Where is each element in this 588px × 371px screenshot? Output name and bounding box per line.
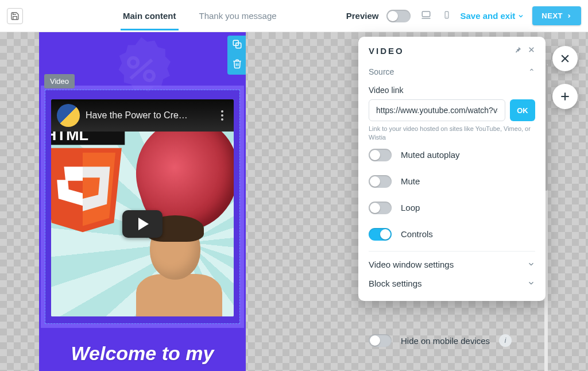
chevron-down-icon — [527, 279, 535, 287]
mute-row: Mute — [369, 168, 535, 195]
hide-on-mobile-row: Hide on mobile devices i — [358, 329, 546, 353]
video-settings-panel: VIDEO Source ⌃ Video link OK Link to you… — [358, 37, 546, 301]
trash-icon — [232, 59, 242, 69]
chevron-down-icon — [527, 260, 535, 268]
video-window-settings-label: Video window settings — [369, 260, 454, 269]
info-button[interactable]: i — [499, 334, 512, 347]
source-section-header[interactable]: Source ⌃ — [369, 63, 535, 81]
muted-autoplay-label: Muted autoplay — [401, 150, 460, 160]
html5-logo-icon: HTML — [51, 132, 131, 234]
mobile-icon[interactable] — [442, 8, 452, 24]
video-more-button[interactable] — [216, 110, 228, 121]
video-embed-header: Have the Power to Cre… — [51, 99, 234, 132]
top-bar: Main content Thank you message Preview S… — [0, 0, 588, 32]
content-tabs: Main content Thank you message — [121, 2, 279, 30]
muted-autoplay-toggle[interactable] — [369, 149, 392, 161]
plus-icon — [559, 91, 571, 102]
video-block-selection[interactable]: Video Have the Power to Cre… HTML — [45, 90, 240, 324]
video-window-settings-header[interactable]: Video window settings — [369, 252, 535, 273]
preview-toggle[interactable] — [386, 10, 411, 22]
tab-thank-you[interactable]: Thank you message — [197, 2, 279, 30]
source-section-label: Source — [369, 67, 394, 76]
panel-header: VIDEO — [369, 46, 535, 56]
hide-on-mobile-label: Hide on mobile devices — [401, 336, 490, 346]
loop-label: Loop — [401, 203, 420, 212]
right-rail — [552, 46, 578, 109]
video-thumbnail: HTML — [51, 132, 234, 316]
play-button[interactable] — [122, 210, 163, 238]
channel-avatar — [57, 104, 80, 127]
video-link-row: OK — [369, 99, 535, 121]
info-icon: i — [505, 337, 506, 345]
close-panel-button[interactable] — [528, 46, 535, 56]
save-icon — [10, 11, 20, 21]
controls-toggle[interactable] — [369, 228, 392, 241]
close-icon — [528, 46, 535, 53]
copy-icon — [232, 39, 242, 49]
topbar-right: Preview Save and exit NEXT — [346, 6, 581, 25]
desktop-icon[interactable] — [419, 9, 434, 24]
save-icon-button[interactable] — [7, 8, 23, 24]
loop-toggle[interactable] — [369, 202, 392, 214]
pin-icon — [514, 46, 522, 54]
tab-main-content[interactable]: Main content — [121, 2, 179, 30]
mute-label: Mute — [401, 176, 420, 186]
preview-label: Preview — [346, 11, 379, 21]
controls-label: Controls — [401, 229, 433, 239]
next-label: NEXT — [541, 11, 563, 20]
element-tool-buttons — [227, 36, 246, 75]
video-title: Have the Power to Cre… — [86, 110, 211, 121]
close-editor-button[interactable] — [552, 46, 578, 71]
video-embed[interactable]: Have the Power to Cre… HTML — [51, 99, 234, 316]
block-settings-header[interactable]: Block settings — [369, 273, 535, 292]
loop-row: Loop — [369, 195, 535, 221]
video-link-input[interactable] — [369, 99, 505, 121]
svg-rect-0 — [423, 11, 431, 17]
next-button[interactable]: NEXT — [532, 6, 581, 25]
welcome-heading[interactable]: Welcome to my — [39, 342, 246, 365]
svg-text:HTML: HTML — [51, 132, 88, 144]
popup-preview[interactable]: Video Have the Power to Cre… HTML — [39, 32, 246, 371]
video-link-hint: Link to your video hosted on sites like … — [369, 125, 535, 142]
pin-button[interactable] — [514, 46, 522, 56]
element-type-tag: Video — [44, 74, 75, 88]
hide-on-mobile-toggle[interactable] — [369, 334, 392, 347]
chevron-down-icon — [517, 13, 524, 20]
block-settings-label: Block settings — [369, 279, 422, 288]
close-icon — [559, 53, 571, 64]
panel-title: VIDEO — [369, 46, 404, 56]
add-element-button[interactable] — [552, 84, 578, 109]
muted-autoplay-row: Muted autoplay — [369, 142, 535, 168]
video-link-label: Video link — [369, 86, 535, 95]
save-exit-label: Save and exit — [460, 11, 515, 21]
duplicate-button[interactable] — [232, 39, 242, 52]
mute-toggle[interactable] — [369, 175, 392, 188]
chevron-right-icon — [566, 13, 572, 19]
video-link-ok-button[interactable]: OK — [510, 99, 535, 121]
delete-button[interactable] — [232, 59, 242, 71]
chevron-up-icon: ⌃ — [528, 67, 535, 76]
save-and-exit-link[interactable]: Save and exit — [460, 11, 524, 21]
controls-row: Controls — [369, 221, 535, 248]
